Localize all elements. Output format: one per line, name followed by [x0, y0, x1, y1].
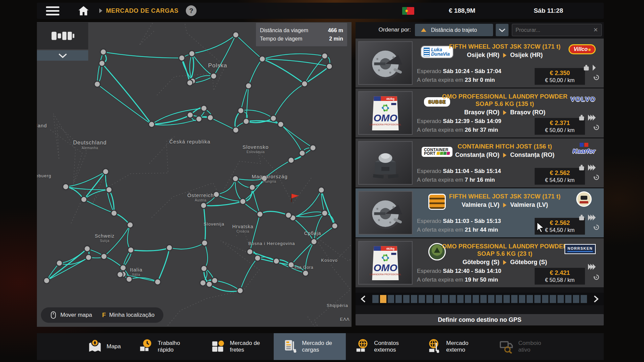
pagination-prev-button[interactable] — [356, 293, 370, 305]
nav-mercado-externo[interactable]: Mercado externo — [418, 333, 490, 360]
cargo-card-3[interactable]: CONTAINERPORT CONTAINER HITCH JOST (156 … — [356, 138, 604, 187]
page-cell-27[interactable] — [573, 295, 579, 303]
cargo-title: FIFTH WHEEL JOST JSK 37CW (171 t) — [449, 193, 560, 200]
page-cell-1[interactable] — [372, 295, 379, 303]
menu-icon[interactable] — [45, 5, 60, 16]
search-box[interactable]: ✕ — [512, 24, 602, 36]
page-cell-3[interactable] — [388, 295, 394, 303]
country-label: zebuerg — [37, 173, 51, 178]
svg-text:462kg: 462kg — [386, 247, 395, 250]
return-job-icon — [593, 74, 600, 82]
nav-mercado-de-cargas[interactable]: Mercado de cargas — [274, 333, 346, 360]
page-cell-12[interactable] — [457, 295, 464, 303]
page-cell-2-active[interactable] — [380, 295, 386, 303]
search-input[interactable] — [512, 27, 593, 33]
expected-time: Esperado Sáb 12:40 - Sáb 14:10 — [417, 268, 501, 275]
trip-distance-value: 466 m — [328, 26, 343, 35]
cargo-route: Valmiera (LV) Valmiera (LV) — [462, 201, 548, 208]
convoy-icon — [499, 338, 514, 355]
nav-trabalho-r-pido[interactable]: Trabalho rápido — [129, 333, 202, 360]
route-destination: Valmiera (LV) — [510, 201, 548, 208]
page-cell-17[interactable] — [496, 295, 502, 303]
nav-contratos-externos[interactable]: Contratos externos — [346, 333, 418, 360]
set-gps-destination-button[interactable]: Definir como destino no GPS — [356, 314, 604, 325]
cargo-card-1[interactable]: LukaDunaVia FIFTH WHEEL JOST JSK 37CW (1… — [356, 39, 604, 87]
cargo-card-4-selected[interactable]: FIFTH WHEEL JOST JSK 37CW (171 t) Valmie… — [356, 188, 604, 237]
sort-dropdown[interactable]: Distância do trajeto — [415, 24, 493, 36]
page-cell-7[interactable] — [419, 295, 425, 303]
cargo-card-5[interactable]: 462kgOMOLAVANDERIA PROFISSIONAL OMO PROF… — [356, 238, 604, 287]
expected-time: Esperado Sáb 12:39 - Sáb 14:09 — [417, 118, 501, 125]
page-cell-13[interactable] — [465, 295, 471, 303]
route-origin: Valmiera (LV) — [462, 201, 499, 208]
page-cell-19[interactable] — [511, 295, 518, 303]
page-cell-15[interactable] — [480, 295, 487, 303]
cargo-price: € 2.562 — [550, 170, 570, 177]
truck-config-button[interactable] — [37, 22, 88, 49]
cargo-route: Göteborg (S) Göteborg (S) — [463, 259, 547, 266]
page-cell-16[interactable] — [488, 295, 494, 303]
country-label: land — [37, 123, 47, 128]
home-icon[interactable] — [78, 6, 89, 16]
page-cell-11[interactable] — [449, 295, 456, 303]
sort-value: Distância do trajeto — [431, 27, 477, 33]
help-icon[interactable]: ? — [186, 5, 197, 16]
recipient-brand-logo: VOLVO — [571, 92, 596, 107]
page-cell-4[interactable] — [395, 295, 402, 303]
country-label: Polska — [208, 62, 227, 69]
villco-logo: Villco — [569, 44, 596, 54]
page-cell-20[interactable] — [519, 295, 525, 303]
cargo-title: CONTAINER HITCH JOST (156 t) — [458, 143, 552, 150]
page-cell-10[interactable] — [442, 295, 448, 303]
route-destination: Constanța (RO) — [510, 152, 554, 159]
nav-mapa[interactable]: Mapa — [78, 333, 130, 360]
page-cell-26[interactable] — [565, 295, 572, 303]
chevron-down-icon — [58, 53, 67, 58]
trip-time-label: Tempo de viagem — [260, 35, 302, 43]
price-box: € 2.350 € 50,00 / km — [535, 68, 585, 85]
page-cell-21[interactable] — [527, 295, 533, 303]
sort-dropdown-open-button[interactable] — [496, 24, 508, 36]
country-label: Crna Gora — [291, 265, 313, 270]
world-map[interactable]: PolskalandDeutschlandAlemanhazebuergČesk… — [37, 22, 352, 327]
my-location-control[interactable]: F Minha localização — [102, 312, 154, 319]
portugal-flag-icon — [402, 7, 414, 15]
page-cell-22[interactable] — [534, 295, 541, 303]
nav-mercado-de-fretes[interactable]: Mercado de fretes — [202, 333, 274, 360]
cargo-card-2[interactable]: 462kgOMOLAVANDERIA PROFISSIONAL SUBSE OM… — [356, 88, 604, 137]
page-cell-8[interactable] — [426, 295, 433, 303]
my-location-label: Minha localização — [109, 312, 154, 318]
price-box: € 2.371 € 50,60 / km — [535, 118, 585, 135]
page-cell-9[interactable] — [434, 295, 440, 303]
page-cell-6[interactable] — [411, 295, 417, 303]
page-cell-18[interactable] — [503, 295, 510, 303]
country-label: SlovenskoEslováquia — [243, 144, 269, 154]
nav-comboio-ativo: Comboio ativo — [490, 333, 562, 360]
freight-icon — [210, 338, 226, 355]
search-clear-icon[interactable]: ✕ — [593, 26, 598, 34]
cargo-title: FIFTH WHEEL JOST JSK 37CW (171 t) — [449, 43, 560, 50]
route-arrow-icon — [503, 153, 506, 158]
sort-label: Ordenar por: — [379, 26, 411, 33]
truck-config-expand-button[interactable] — [37, 50, 88, 61]
route-origin: Osijek (HR) — [467, 52, 499, 59]
page-cell-14[interactable] — [473, 295, 479, 303]
pagination-next-button[interactable] — [589, 293, 604, 305]
route-arrow-icon — [503, 110, 506, 115]
page-cell-24[interactable] — [550, 295, 556, 303]
player-money: € 188,9M — [414, 7, 510, 14]
route-destination: Osijek (HR) — [510, 52, 543, 59]
page-cell-5[interactable] — [403, 295, 410, 303]
cargo-price: € 2.350 — [550, 70, 570, 77]
move-map-control[interactable]: Mover mapa — [50, 311, 92, 319]
mouse-icon — [50, 311, 57, 319]
recipient-brand-logo: Villco — [569, 42, 596, 57]
urgency-arrows-icon — [588, 215, 598, 221]
page-cell-23[interactable] — [542, 295, 548, 303]
page-cell-28[interactable] — [581, 295, 587, 303]
route-arrow-icon — [503, 260, 506, 265]
move-map-label: Mover mapa — [60, 312, 92, 318]
route-origin: Brașov (RO) — [464, 109, 499, 116]
return-job-icon — [593, 224, 600, 232]
page-cell-25[interactable] — [557, 295, 564, 303]
